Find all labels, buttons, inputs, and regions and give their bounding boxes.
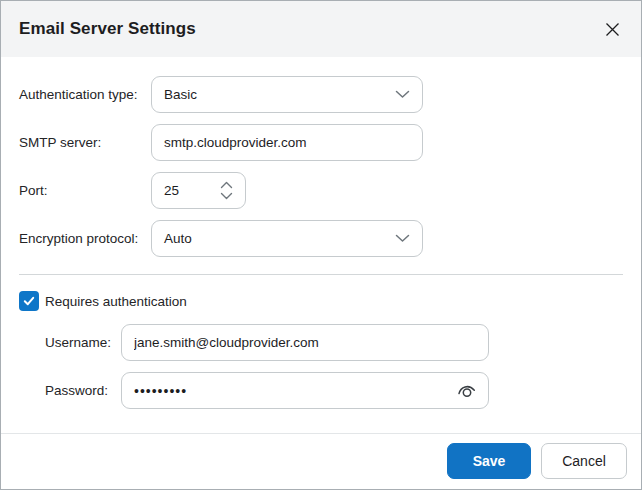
requires-auth-row[interactable]: Requires authentication bbox=[19, 291, 623, 311]
smtp-server-input[interactable] bbox=[152, 125, 422, 160]
chevron-down-icon bbox=[395, 90, 410, 99]
password-row: Password: bbox=[45, 372, 623, 409]
chevron-up-icon[interactable] bbox=[220, 181, 233, 189]
dialog-body: Authentication type: Basic SMTP server: … bbox=[1, 57, 641, 433]
password-input[interactable] bbox=[122, 373, 456, 408]
username-field-wrap bbox=[121, 324, 489, 361]
cancel-button[interactable]: Cancel bbox=[541, 443, 627, 479]
chevron-down-icon bbox=[395, 234, 410, 243]
auth-type-value: Basic bbox=[164, 87, 197, 102]
dialog-header: Email Server Settings bbox=[1, 1, 641, 57]
email-server-settings-dialog: Email Server Settings Authentication typ… bbox=[0, 0, 642, 490]
eye-icon bbox=[456, 380, 477, 401]
chevron-down-icon[interactable] bbox=[220, 192, 233, 200]
save-button[interactable]: Save bbox=[447, 443, 531, 479]
encryption-value: Auto bbox=[164, 231, 192, 246]
port-row: Port: 25 bbox=[19, 172, 623, 209]
port-value: 25 bbox=[164, 183, 179, 198]
encryption-label: Encryption protocol: bbox=[19, 231, 151, 246]
port-label: Port: bbox=[19, 183, 151, 198]
show-password-button[interactable] bbox=[456, 380, 477, 401]
close-icon bbox=[605, 22, 620, 37]
username-input[interactable] bbox=[122, 325, 488, 360]
smtp-server-label: SMTP server: bbox=[19, 135, 151, 150]
section-divider bbox=[19, 274, 623, 275]
check-icon bbox=[22, 294, 36, 308]
username-label: Username: bbox=[45, 335, 121, 350]
requires-auth-checkbox[interactable] bbox=[19, 291, 39, 311]
username-row: Username: bbox=[45, 324, 623, 361]
encryption-row: Encryption protocol: Auto bbox=[19, 220, 623, 257]
smtp-server-field-wrap bbox=[151, 124, 423, 161]
password-label: Password: bbox=[45, 383, 121, 398]
password-field-wrap bbox=[121, 372, 489, 409]
dialog-title: Email Server Settings bbox=[19, 19, 196, 39]
encryption-select[interactable]: Auto bbox=[151, 220, 423, 257]
smtp-server-row: SMTP server: bbox=[19, 124, 623, 161]
auth-type-row: Authentication type: Basic bbox=[19, 76, 623, 113]
auth-type-label: Authentication type: bbox=[19, 87, 151, 102]
requires-auth-label: Requires authentication bbox=[45, 294, 187, 309]
auth-type-select[interactable]: Basic bbox=[151, 76, 423, 113]
port-stepper[interactable]: 25 bbox=[151, 172, 246, 209]
close-button[interactable] bbox=[601, 18, 623, 40]
dialog-footer: Save Cancel bbox=[1, 433, 641, 489]
